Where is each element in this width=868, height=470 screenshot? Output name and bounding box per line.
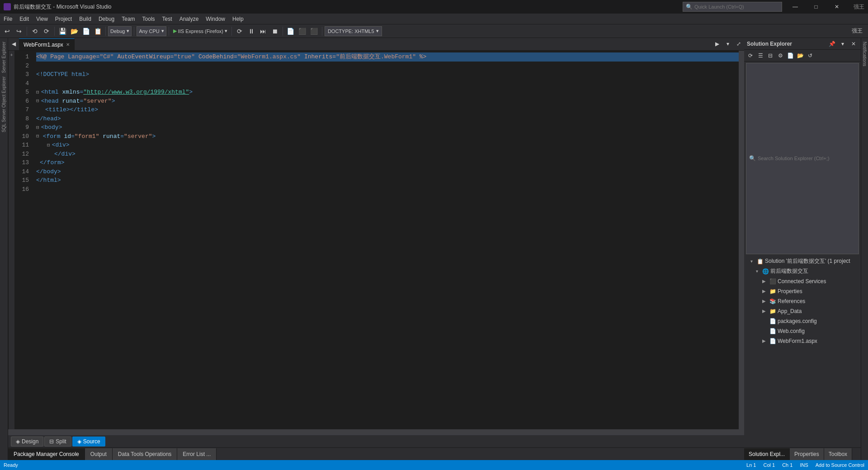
menu-build[interactable]: Build bbox=[75, 14, 95, 24]
doctype-dropdown[interactable]: DOCTYPE: XHTML5 ▾ bbox=[325, 26, 382, 36]
sql-explorer-label[interactable]: SQL Server Object Explorer bbox=[0, 75, 7, 134]
bottom-tab-output[interactable]: Output bbox=[85, 448, 113, 460]
platform-dropdown[interactable]: Any CPU ▾ bbox=[137, 26, 166, 36]
se-tab-properties[interactable]: Properties bbox=[790, 448, 824, 460]
menu-project[interactable]: Project bbox=[52, 14, 75, 24]
fold-11[interactable]: ⊟ bbox=[47, 142, 50, 149]
se-toolbar: ⟳ ☰ ⊟ ⚙ 📄 📂 ↺ bbox=[744, 50, 861, 62]
se-tab-solution-expl[interactable]: Solution Expl... bbox=[744, 448, 790, 460]
tree-project[interactable]: ▾ 🌐 前后端数据交互 bbox=[744, 266, 861, 276]
se-refresh-btn[interactable]: ↺ bbox=[806, 51, 815, 60]
bottom-tab-datatools[interactable]: Data Tools Operations bbox=[113, 448, 178, 460]
fold-5[interactable]: ⊟ bbox=[36, 89, 39, 96]
tab-scroll-left[interactable]: ◀ bbox=[8, 38, 19, 50]
fold-6[interactable]: ⊟ bbox=[36, 97, 39, 105]
tree-references[interactable]: ▶ 📚 References bbox=[744, 296, 861, 306]
packages-config-icon: 📄 bbox=[769, 318, 776, 325]
line-num-6: 6 bbox=[14, 97, 29, 106]
menu-tools[interactable]: Tools bbox=[139, 14, 159, 24]
toolbar-copy[interactable]: 📋 bbox=[92, 26, 103, 37]
se-props-btn[interactable]: ⚙ bbox=[776, 51, 785, 60]
se-open-folder-btn[interactable]: 📂 bbox=[796, 51, 805, 60]
toolbar-back[interactable]: ↩ bbox=[2, 26, 13, 37]
se-sync-btn[interactable]: ⟳ bbox=[746, 51, 755, 60]
se-tab-toolbox[interactable]: Toolbox bbox=[824, 448, 852, 460]
doctype-label: DOCTYPE: XHTML5 bbox=[328, 28, 374, 34]
minimize-button[interactable]: — bbox=[785, 0, 806, 14]
bottom-tab-pkg-console[interactable]: Package Manager Console bbox=[8, 448, 85, 460]
toolbar-forward[interactable]: ↪ bbox=[14, 26, 24, 37]
tree-solution[interactable]: ▾ 📋 Solution '前后端数据交互' (1 project bbox=[744, 256, 861, 266]
menu-view[interactable]: View bbox=[33, 14, 52, 24]
user-name: 强王 bbox=[852, 27, 863, 35]
toolbar-align[interactable]: ⬛ bbox=[297, 26, 308, 37]
play-icon: ▶ bbox=[173, 28, 177, 34]
debug-mode-dropdown[interactable]: Debug ▾ bbox=[108, 26, 132, 36]
tree-connected-services[interactable]: ▶ ⬛ Connected Services bbox=[744, 276, 861, 286]
solution-expand-icon: ▾ bbox=[748, 259, 755, 264]
tree-web-config[interactable]: 📄 Web.config bbox=[744, 326, 861, 336]
menu-debug[interactable]: Debug bbox=[95, 14, 118, 24]
toolbar-new[interactable]: 📄 bbox=[80, 26, 91, 37]
toolbar-undo[interactable]: ⟲ bbox=[29, 26, 40, 37]
menu-edit[interactable]: Edit bbox=[16, 14, 33, 24]
editor-collapse-btn[interactable]: + bbox=[8, 51, 14, 429]
toolbar-pause[interactable]: ⏸ bbox=[246, 26, 257, 37]
se-close-btn[interactable]: ✕ bbox=[849, 39, 858, 48]
tab-close-button[interactable]: ✕ bbox=[66, 42, 70, 47]
design-view-btn[interactable]: ◈ Design bbox=[11, 437, 43, 446]
tree-packages-config[interactable]: 📄 packages.config bbox=[744, 316, 861, 326]
editor-scrollbar[interactable] bbox=[739, 51, 744, 429]
menu-file[interactable]: File bbox=[0, 14, 16, 24]
se-search-input[interactable] bbox=[758, 156, 856, 161]
tree-webform1[interactable]: ▶ 📄 WebForm1.aspx bbox=[744, 336, 861, 346]
toolbar-redo[interactable]: ⟳ bbox=[41, 26, 52, 37]
tab-list-btn[interactable]: ▾ bbox=[722, 38, 733, 50]
fold-9[interactable]: ⊟ bbox=[36, 124, 39, 132]
split-view-btn[interactable]: ⊟ Split bbox=[44, 437, 71, 446]
bottom-tab-errorlist[interactable]: Error List ... bbox=[177, 448, 217, 460]
line-num-9: 9 bbox=[14, 123, 29, 132]
se-collapse-all-btn[interactable]: ⊟ bbox=[766, 51, 775, 60]
tree-properties[interactable]: ▶ 📁 Properties bbox=[744, 286, 861, 296]
se-new-item-btn[interactable]: 📄 bbox=[786, 51, 795, 60]
toolbar-page[interactable]: 📄 bbox=[285, 26, 296, 37]
fold-10[interactable]: ⊟ bbox=[36, 133, 39, 140]
server-explorer-label[interactable]: Server Explorer bbox=[0, 40, 7, 75]
toolbar-refresh[interactable]: ⟳ bbox=[234, 26, 245, 37]
maximize-button[interactable]: □ bbox=[806, 0, 826, 14]
code-editor: 1 2 3 4 5 6 7 8 9 10 11 12 13 14 bbox=[14, 51, 744, 429]
toolbar-sep5 bbox=[169, 27, 169, 36]
quick-launch-input[interactable] bbox=[694, 4, 779, 9]
menu-window[interactable]: Window bbox=[202, 14, 229, 24]
line-num-16: 16 bbox=[14, 185, 29, 194]
se-pin-btn[interactable]: 📌 bbox=[827, 39, 836, 48]
expand-editor-btn[interactable]: ⤢ bbox=[733, 38, 744, 50]
editor-tab-webform1[interactable]: WebForm1.aspx ✕ bbox=[19, 38, 75, 50]
code-content[interactable]: <%@ Page Language="C#" AutoEventWireup="… bbox=[33, 51, 739, 429]
code-line-10: ⊟ <form id="form1" runat="server"> bbox=[36, 132, 739, 141]
h-scrollbar[interactable] bbox=[8, 429, 744, 435]
toolbar-indent[interactable]: ⬛ bbox=[309, 26, 320, 37]
menu-help[interactable]: Help bbox=[229, 14, 247, 24]
run-button[interactable]: ▶ IIS Express (Firefox) ▾ bbox=[171, 26, 229, 36]
app-icon bbox=[4, 3, 11, 10]
toolbar-step[interactable]: ⏭ bbox=[258, 26, 269, 37]
se-dropdown-btn[interactable]: ▾ bbox=[838, 39, 847, 48]
toolbar-save[interactable]: 💾 bbox=[57, 26, 68, 37]
quick-launch-search[interactable]: 🔍 bbox=[683, 2, 782, 12]
close-button[interactable]: ✕ bbox=[826, 0, 847, 14]
status-add-source[interactable]: Add to Source Control bbox=[816, 462, 864, 468]
menu-analyze[interactable]: Analyze bbox=[176, 14, 203, 24]
toolbar-stop[interactable]: ⏹ bbox=[269, 26, 280, 37]
se-filter-btn[interactable]: ☰ bbox=[756, 51, 765, 60]
source-view-btn[interactable]: ◈ Source bbox=[72, 437, 105, 446]
se-search-box[interactable]: 🔍 bbox=[746, 63, 859, 254]
menu-team[interactable]: Team bbox=[118, 14, 138, 24]
toolbar-open[interactable]: 📂 bbox=[69, 26, 80, 37]
menu-test[interactable]: Test bbox=[159, 14, 176, 24]
tree-app-data[interactable]: ▶ 📁 App_Data bbox=[744, 306, 861, 316]
tab-scroll-right[interactable]: ▶ bbox=[712, 38, 722, 50]
line-num-15: 15 bbox=[14, 176, 29, 185]
notifications-label[interactable]: Notifications bbox=[861, 38, 868, 70]
